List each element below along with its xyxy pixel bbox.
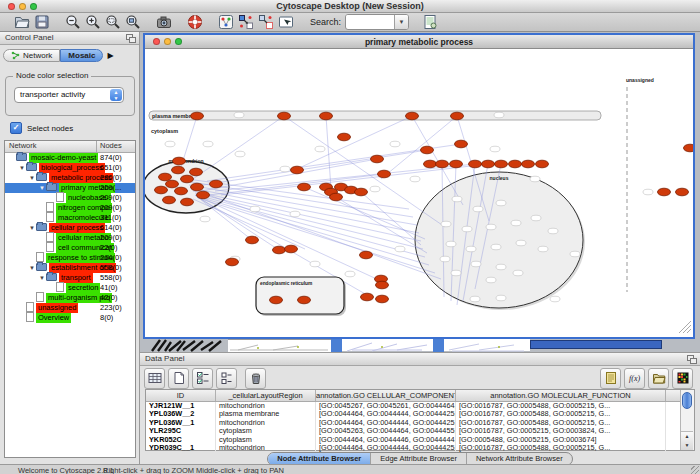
table-cell[interactable]: YPL036W__1	[146, 419, 216, 427]
network-node[interactable]	[197, 191, 210, 199]
tree-item[interactable]: mosaic-demo-yeast874(0)	[5, 153, 135, 163]
nucleus-region[interactable]	[415, 172, 583, 308]
background-window-edge[interactable]	[331, 338, 342, 352]
network-node[interactable]	[291, 166, 304, 174]
zoom-out-icon[interactable]	[63, 13, 83, 31]
network-node[interactable]	[278, 112, 291, 120]
network-node[interactable]	[173, 157, 186, 165]
tree-item[interactable]: Overview8(0)	[5, 313, 135, 323]
tree-item[interactable]: ▼establishment of lo558(0)	[5, 263, 135, 273]
network-node[interactable]	[175, 187, 188, 195]
select-attributes-icon[interactable]	[192, 368, 213, 389]
network-node-unselected[interactable]	[550, 296, 560, 302]
network-node-unselected[interactable]	[486, 277, 496, 283]
network-node-unselected[interactable]	[446, 241, 456, 247]
resize-grip[interactable]	[691, 466, 699, 474]
column-cellular-layout-region[interactable]: _cellularLayoutRegion	[216, 390, 316, 401]
function-builder-icon[interactable]: f(x)	[624, 368, 645, 389]
tree-expand-arrow-icon[interactable]: ▼	[18, 163, 26, 173]
network-node-unselected[interactable]	[370, 186, 380, 192]
open-file-icon[interactable]	[12, 13, 32, 31]
network-node[interactable]	[355, 188, 368, 196]
copy-layout-icon[interactable]	[236, 13, 256, 31]
delete-attribute-icon[interactable]	[245, 368, 266, 389]
annotation-tool-icon[interactable]	[276, 13, 296, 31]
table-cell[interactable]: YJR121W__1	[146, 402, 216, 410]
table-cell[interactable]: [GO:0044464, GO:0044444, GO:0044425, G..…	[316, 410, 456, 418]
network-node[interactable]	[191, 183, 204, 191]
network-node-unselected[interactable]	[530, 176, 540, 182]
tree-item[interactable]: macromolecule311(0)	[5, 213, 135, 223]
network-edge[interactable]	[193, 116, 284, 179]
import-table-icon[interactable]	[420, 13, 440, 31]
tree-expand-arrow-icon[interactable]: ▼	[28, 173, 36, 183]
network-edge[interactable]	[326, 116, 331, 189]
tab-network[interactable]: Network	[3, 49, 60, 62]
network-node[interactable]	[376, 295, 389, 303]
network-node-unselected[interactable]	[473, 206, 483, 212]
network-node-unselected[interactable]	[462, 226, 472, 232]
network-node-unselected[interactable]	[516, 240, 526, 246]
table-row[interactable]: YLR295Ccytoplasm[GO:0045263, GO:0044464,…	[146, 427, 694, 435]
network-node[interactable]	[451, 112, 464, 120]
background-window-sliver[interactable]	[444, 339, 530, 351]
background-window-sliver[interactable]	[342, 339, 433, 351]
column-go-cellular-component[interactable]: annotation.GO CELLULAR_COMPONENT	[316, 390, 456, 401]
zoom-selected-region-icon[interactable]	[103, 13, 123, 31]
network-node-unselected[interactable]	[494, 112, 504, 118]
network-node[interactable]	[181, 198, 194, 206]
table-cell[interactable]: cytoplasm	[216, 427, 316, 435]
tree-expand-arrow-icon[interactable]: ▼	[38, 273, 46, 283]
table-row[interactable]: YPL036W__2plasma membrane[GO:0044464, GO…	[146, 410, 694, 418]
network-node-unselected[interactable]	[538, 246, 548, 252]
network-node[interactable]	[181, 175, 194, 183]
network-node-unselected[interactable]	[466, 246, 476, 252]
network-node-unselected[interactable]	[471, 261, 481, 267]
network-node[interactable]	[406, 112, 419, 120]
search-input[interactable]	[346, 15, 394, 27]
new-attribute-icon[interactable]	[168, 368, 189, 389]
import-attributes-icon[interactable]	[648, 368, 669, 389]
network-node[interactable]	[270, 296, 283, 304]
network-node[interactable]	[210, 180, 223, 188]
network-node-unselected[interactable]	[290, 211, 300, 217]
heatmap-icon[interactable]	[672, 368, 693, 389]
network-node-unselected[interactable]	[643, 189, 653, 195]
network-node[interactable]	[378, 170, 391, 178]
table-cell[interactable]: [GO:0045267, GO:0045261, GO:0044464, G..…	[316, 402, 456, 410]
network-node-unselected[interactable]	[395, 246, 405, 252]
network-node-unselected[interactable]	[496, 200, 506, 206]
network-node-unselected[interactable]	[452, 196, 462, 202]
network-node-unselected[interactable]	[470, 296, 480, 302]
tree-expand-arrow-icon[interactable]: ▼	[28, 223, 36, 233]
tree-item[interactable]: nitrogen compo209(0)	[5, 203, 135, 213]
network-node-unselected[interactable]	[310, 261, 320, 267]
snapshot-camera-icon[interactable]	[154, 13, 174, 31]
network-node-unselected[interactable]	[410, 176, 420, 182]
network-node-unselected[interactable]	[440, 256, 450, 262]
tree-expand-arrow-icon[interactable]: ▼	[28, 263, 36, 273]
network-node[interactable]	[684, 144, 694, 152]
tree-item[interactable]: nucleobase-209(0)	[5, 193, 135, 203]
network-node-unselected[interactable]	[531, 215, 541, 221]
network-node-unselected[interactable]	[490, 146, 500, 152]
paste-layout-icon[interactable]	[256, 13, 276, 31]
tree-item[interactable]: cell communicat22(0)	[5, 243, 135, 253]
network-node[interactable]	[371, 155, 384, 163]
network-node[interactable]	[436, 160, 449, 168]
network-node[interactable]	[676, 188, 689, 196]
search-dropdown-arrow-icon[interactable]: ▼	[394, 15, 408, 29]
table-row[interactable]: YJR121W__1mitochondrion[GO:0045267, GO:0…	[146, 402, 694, 410]
network-node-unselected[interactable]	[486, 224, 496, 230]
network-node[interactable]	[298, 296, 311, 304]
network-node-unselected[interactable]	[451, 270, 461, 276]
network-node[interactable]	[163, 196, 176, 204]
table-row[interactable]: YKR052Ccytoplasm[GO:0044464, GO:0044446,…	[146, 436, 694, 444]
table-cell[interactable]: [GO:0044464, GO:0044446, GO:0044444, G..…	[316, 436, 456, 444]
network-node-unselected[interactable]	[441, 221, 451, 227]
table-cell[interactable]: [GO:0016787, GO:0005488, GO:0005215, G..…	[456, 402, 666, 410]
network-node-unselected[interactable]	[234, 112, 244, 118]
tree-item[interactable]: ▼cellular process614(0)	[5, 223, 135, 233]
table-cell[interactable]: cytoplasm	[216, 436, 316, 444]
tab-overflow-arrow-icon[interactable]: ▶	[107, 51, 113, 60]
